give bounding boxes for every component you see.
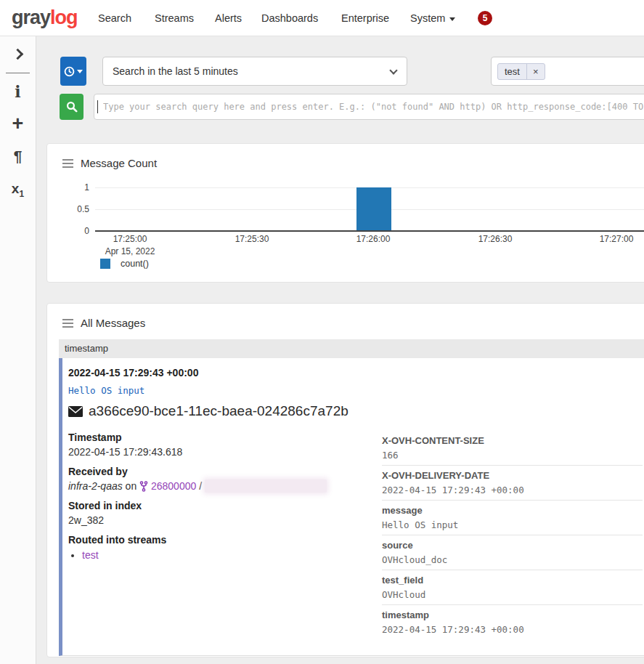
sidebar-divider [6, 73, 30, 73]
field-name[interactable]: X-OVH-DELIVERY-DATE [382, 469, 643, 482]
notification-badge[interactable]: 5 [478, 11, 492, 25]
x-axis-date: Apr 15, 2022 [86, 246, 174, 256]
sidebar-formatting-button[interactable]: ¶ [0, 147, 36, 165]
stored-in-index-value: 2w_382 [68, 514, 382, 527]
widget-header: Message Count [62, 157, 157, 169]
chevron-down-icon [77, 70, 83, 73]
message-fields-column: X-OVH-CONTENT-SIZE 166 X-OVH-DELIVERY-DA… [382, 431, 644, 639]
nav-item-system-dropdown[interactable]: System [410, 0, 455, 36]
timerange-select[interactable]: Search in the last 5 minutes [102, 57, 407, 86]
legend-label[interactable]: count() [121, 259, 149, 269]
code-fork-icon [139, 481, 148, 492]
sidebar-expand-button[interactable] [0, 48, 36, 61]
sidebar-description-button[interactable]: i [0, 82, 36, 101]
y-tick-0: 0 [68, 225, 89, 237]
routed-into-streams-label: Routed into streams [68, 533, 382, 547]
sidebar-fields-button[interactable]: x1 [0, 181, 36, 199]
clock-icon [64, 66, 75, 77]
received-by-value: infra-2-qaas on 26800000 / [68, 479, 382, 493]
timerange-label: Search in the last 5 minutes [113, 65, 238, 77]
widget-title: Message Count [81, 157, 157, 169]
input-separator: / [199, 480, 202, 492]
nav-item-dashboards[interactable]: Dashboards [261, 0, 318, 36]
field-value: OVHcloud_doc [382, 554, 643, 566]
field-name[interactable]: message [382, 504, 643, 517]
sidebar-create-button[interactable]: + [0, 113, 36, 135]
field-entry: test_field OVHcloud [382, 570, 643, 604]
field-value: 2022-04-15 17:29:43 +00:00 [382, 623, 643, 636]
stream-tag-label: test [498, 64, 527, 79]
plus-icon: + [12, 113, 24, 134]
top-navbar: graylog Search Streams Alerts Dashboards… [0, 0, 644, 36]
nav-item-enterprise[interactable]: Enterprise [341, 0, 389, 36]
nav-item-search[interactable]: Search [98, 0, 131, 36]
x-tick: 17:25:30 [212, 234, 292, 244]
message-timestamp: 2022-04-15 17:29:43 +00:00 [68, 367, 644, 378]
field-entry: message Hello OS input [382, 500, 643, 535]
nav-item-alerts[interactable]: Alerts [215, 0, 242, 36]
system-label: System [410, 12, 445, 24]
redacted-input-name [205, 479, 327, 493]
field-entry: source OVHcloud_doc [382, 535, 643, 570]
x-axis [95, 230, 644, 232]
search-query-input[interactable] [94, 94, 644, 120]
field-value: Hello OS input [382, 519, 643, 531]
stream-filter-input[interactable]: test × [491, 57, 644, 86]
timestamp-value: 2022-04-15 17:29:43.618 [68, 445, 382, 459]
message-count-widget: Message Count 1 0.5 0 17:25:00 17:25:30 … [46, 143, 644, 283]
envelope-icon [68, 406, 83, 417]
fields-x1-icon: x1 [12, 181, 24, 196]
chevron-down-icon [449, 17, 455, 21]
column-header-timestamp[interactable]: timestamp [59, 339, 644, 358]
search-button[interactable] [60, 94, 83, 120]
x-tick: 17:25:00 [90, 234, 170, 244]
field-value: 166 [382, 449, 643, 461]
field-entry: X-OVH-DELIVERY-DATE 2022-04-15 17:29:43 … [382, 465, 643, 500]
x-tick: 17:26:30 [455, 234, 535, 244]
stream-list-item: test [82, 548, 382, 562]
widget-drag-handle-icon[interactable] [62, 319, 73, 320]
stored-in-index-label: Stored in index [68, 499, 382, 513]
stream-link-test[interactable]: test [82, 549, 99, 561]
widget-title: All Messages [81, 317, 145, 329]
received-by-on: on [126, 480, 137, 492]
all-messages-widget: All Messages timestamp 2022-04-15 17:29:… [46, 303, 644, 657]
field-value: OVHcloud [382, 588, 643, 601]
remove-tag-button[interactable]: × [527, 64, 545, 79]
message-id-row: a366ce90-bce1-11ec-baea-024286c7a72b [68, 403, 644, 419]
chevron-down-icon [389, 66, 397, 74]
message-metadata-column: Timestamp 2022-04-15 17:29:43.618 Receiv… [68, 431, 382, 639]
legend-swatch [100, 259, 110, 269]
timestamp-label: Timestamp [68, 431, 382, 445]
field-name[interactable]: timestamp [382, 609, 643, 621]
received-by-label: Received by [68, 465, 382, 479]
field-entry: X-OVH-CONTENT-SIZE 166 [382, 431, 643, 465]
pilcrow-icon: ¶ [14, 147, 23, 164]
graylog-logo[interactable]: graylog [12, 7, 78, 29]
text-cursor [97, 100, 98, 113]
field-name[interactable]: source [382, 539, 643, 551]
y-tick-1: 1 [68, 182, 89, 193]
timerange-picker-button[interactable] [60, 57, 86, 86]
message-id: a366ce90-bce1-11ec-baea-024286c7a72b [89, 403, 349, 419]
field-value: 2022-04-15 17:29:43 +00:00 [382, 484, 643, 496]
count-bar [356, 187, 391, 231]
nav-item-streams[interactable]: Streams [155, 0, 194, 36]
field-name[interactable]: X-OVH-CONTENT-SIZE [382, 434, 643, 447]
chart-legend: count() [100, 259, 149, 269]
main-content: Search in the last 5 minutes test × Mess… [36, 36, 644, 664]
field-name[interactable]: test_field [382, 574, 643, 586]
widget-header: All Messages [62, 317, 145, 329]
input-link[interactable]: 26800000 [151, 480, 196, 492]
widget-drag-handle-icon[interactable] [62, 159, 73, 161]
search-icon [66, 101, 78, 113]
y-tick-05: 0.5 [68, 203, 89, 215]
chevron-right-icon [12, 49, 24, 60]
logo-text-log: log [50, 7, 78, 28]
message-row-expanded[interactable]: 2022-04-15 17:29:43 +00:00 Hello OS inpu… [59, 358, 644, 656]
x-tick: 17:27:00 [576, 234, 644, 244]
field-entry: timestamp 2022-04-15 17:29:43 +00:00 [382, 604, 643, 639]
logo-text-gray: gray [12, 7, 50, 28]
streams-list: test [68, 548, 382, 562]
stream-filter-tag: test × [497, 63, 545, 80]
